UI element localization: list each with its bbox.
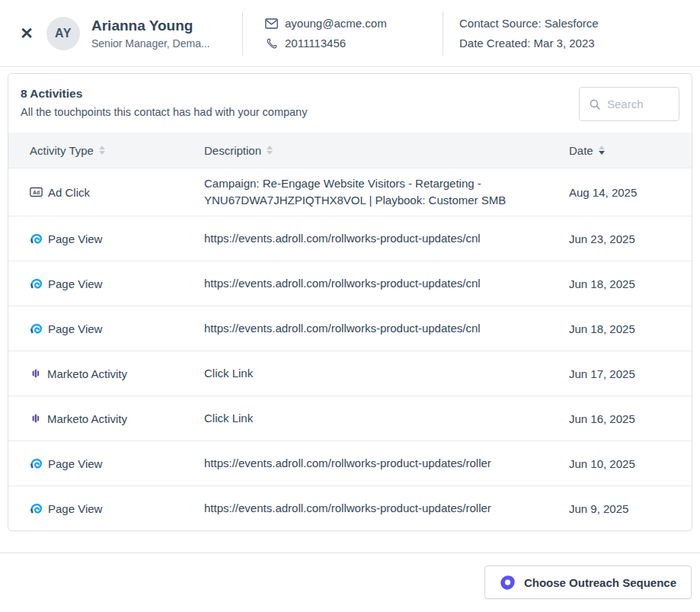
contact-info: ayoung@acme.com 2011113456 [243,17,443,50]
activity-description: https://events.adroll.com/rollworks-prod… [204,448,569,479]
table-body: Ad Ad Click Campaign: Re-Engage Website … [8,168,692,530]
activity-description: https://events.adroll.com/rollworks-prod… [204,268,569,299]
activity-type-label: Page View [48,277,102,290]
activity-type-label: Marketo Activity [47,367,127,380]
activities-count: 8 Activities [21,87,307,101]
page-view-icon [30,502,43,515]
button-label: Choose Outreach Sequence [524,576,676,589]
activity-description: Click Link [204,358,569,389]
svg-text:Ad: Ad [33,190,40,195]
contact-source: Contact Source: Salesforce [459,16,599,30]
activity-type-label: Page View [48,502,102,515]
choose-outreach-sequence-button[interactable]: Choose Outreach Sequence [484,566,692,599]
activity-date: Jun 9, 2025 [569,502,692,515]
column-header-description[interactable]: Description [204,144,569,157]
page-view-icon [30,277,43,290]
table-row: Page View https://events.adroll.com/roll… [8,441,692,485]
sort-icon [99,146,105,155]
ad-click-icon: Ad [30,187,43,197]
page-view-icon [30,322,43,335]
activity-date: Jun 17, 2025 [569,367,692,380]
contact-header: ✕ AY Arianna Young Senior Manager, Dema.… [0,0,700,67]
contact-name-block: Arianna Young Senior Manager, Dema... [91,16,242,51]
contact-job-title: Senior Manager, Dema... [91,37,242,51]
phone-icon [265,37,278,50]
table-row: Page View https://events.adroll.com/roll… [8,216,692,261]
avatar: AY [46,17,80,50]
page-view-icon [30,232,43,245]
page-view-icon [30,457,43,470]
activity-date: Jun 18, 2025 [569,322,692,335]
activity-description: Click Link [204,403,569,434]
table-row: Marketo Activity Click Link Jun 16, 2025 [8,396,692,441]
search-input[interactable] [607,98,666,111]
activity-date: Jun 18, 2025 [569,277,692,290]
activity-type-label: Page View [48,322,102,335]
table-row: Page View https://events.adroll.com/roll… [8,485,692,530]
table-row: Page View https://events.adroll.com/roll… [8,306,692,351]
activity-date: Jun 10, 2025 [569,457,692,470]
sort-icon [599,146,605,155]
email-icon [265,18,278,29]
contact-phone: 2011113456 [285,37,346,50]
date-created: Date Created: Mar 3, 2023 [459,36,599,50]
activity-type-label: Page View [48,232,102,245]
activity-date: Jun 16, 2025 [569,412,692,425]
table-row: Page View https://events.adroll.com/roll… [8,261,692,306]
table-row: Marketo Activity Click Link Jun 17, 2025 [8,351,692,396]
activity-description: https://events.adroll.com/rollworks-prod… [204,313,569,344]
search-icon [589,98,601,111]
table-header: Activity Type Description Date [8,133,692,168]
activities-heading: 8 Activities All the touchpoints this co… [21,87,307,118]
activity-type-label: Marketo Activity [47,412,127,425]
activity-description: https://events.adroll.com/rollworks-prod… [204,223,569,254]
column-header-activity-type[interactable]: Activity Type [30,144,204,157]
contact-email: ayoung@acme.com [285,17,387,30]
sort-icon [267,146,273,155]
table-row: Ad Ad Click Campaign: Re-Engage Website … [8,168,692,216]
activity-date: Aug 14, 2025 [569,186,692,199]
activity-description: https://events.adroll.com/rollworks-prod… [204,493,569,524]
footer: Choose Outreach Sequence [0,553,700,599]
contact-name: Arianna Young [91,16,242,35]
activity-type-label: Page View [48,457,102,470]
marketo-icon [30,412,42,425]
search-box[interactable] [579,87,679,121]
activity-description: Campaign: Re-Engage Website Visitors - R… [204,168,569,216]
activities-panel: 8 Activities All the touchpoints this co… [8,73,692,531]
marketo-icon [30,367,42,380]
contact-meta: Contact Source: Salesforce Date Created:… [443,16,599,50]
activities-subtitle: All the touchpoints this contact has had… [21,106,307,118]
activity-type-label: Ad Click [48,186,90,199]
activity-date: Jun 23, 2025 [569,232,692,245]
outreach-icon [500,575,516,591]
close-button[interactable]: ✕ [17,24,37,43]
column-header-date[interactable]: Date [569,144,692,157]
